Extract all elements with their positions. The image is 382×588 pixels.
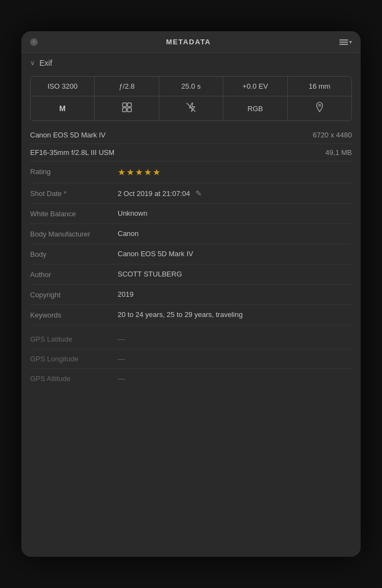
gps-longitude-row: GPS Longitude — [30,349,352,369]
camera-filesize: 49,1 MB [326,148,352,157]
svg-rect-2 [123,108,126,112]
metadata-section: Rating ★★★★★ Shot Date * 2 Oct 2019 at 2… [21,162,361,325]
camera-lens-row: EF16-35mm f/2.8L III USM 49,1 MB [30,144,352,162]
svg-rect-3 [128,108,131,112]
gps-altitude-label: GPS Altitude [30,374,118,383]
rating-value: ★★★★★ [118,167,352,177]
chevron-down-icon: ∨ [30,59,35,67]
exif-mode: M [31,96,95,120]
exif-grid: ISO 3200 ƒ/2.8 25.0 s +0.0 EV 16 mm [30,76,352,121]
svg-rect-1 [128,103,131,107]
shot-date-row: Shot Date * 2 Oct 2019 at 21:07:04 ✎ [30,183,352,204]
exif-iso: ISO 3200 [31,77,95,96]
bottom-spacer [21,388,361,454]
white-balance-value: Unknown [118,209,352,217]
edit-icon[interactable]: ✎ [195,189,202,198]
camera-model: Canon EOS 5D Mark IV [30,131,106,139]
window-title: METADATA [166,38,211,46]
exif-shutter: 25.0 s [159,77,223,96]
copyright-row: Copyright 2019 [30,285,352,305]
content-area: ∨ Exif ISO 3200 ƒ/2.8 25.0 s [21,53,361,557]
gps-altitude-value: — [118,374,125,383]
app-window: × METADATA ▾ ∨ Exif [21,31,361,557]
gps-latitude-value: — [118,335,125,343]
copyright-value: 2019 [118,290,352,298]
title-bar: × METADATA ▾ [21,31,361,53]
gps-longitude-label: GPS Longitude [30,355,118,363]
exif-row-1: ISO 3200 ƒ/2.8 25.0 s +0.0 EV 16 mm [31,77,351,96]
body-label: Body [30,250,118,258]
location-icon [315,102,325,115]
flash-icon [186,102,196,115]
keywords-row: Keywords 20 to 24 years, 25 to 29 years,… [30,305,352,325]
menu-arrow-icon: ▾ [349,39,352,45]
body-row: Body Canon EOS 5D Mark IV [30,244,352,264]
gps-altitude-row: GPS Altitude — [30,369,352,388]
shot-date-label: Shot Date * [30,189,118,198]
shot-date-inline: 2 Oct 2019 at 21:07:04 ✎ [118,189,202,198]
exif-location [288,96,351,120]
gps-latitude-label: GPS Latitude [30,335,118,343]
keywords-label: Keywords [30,310,118,319]
close-button[interactable]: × [30,38,38,46]
white-balance-row: White Balance Unknown [30,204,352,224]
exif-aperture: ƒ/2.8 [95,77,159,96]
camera-lens: EF16-35mm f/2.8L III USM [30,148,114,157]
author-label: Author [30,270,118,279]
shot-date-value: 2 Oct 2019 at 21:07:04 [118,189,190,198]
colorspace-value: RGB [247,105,263,113]
exif-section-header[interactable]: ∨ Exif [21,53,361,73]
body-manufacturer-label: Body Manufacturer [30,229,118,238]
rating-label: Rating [30,167,118,176]
focal-value: 16 mm [309,82,331,90]
menu-button[interactable]: ▾ [339,39,352,45]
exif-flash [159,96,223,120]
body-manufacturer-row: Body Manufacturer Canon [30,224,352,244]
mode-icon: M [59,104,66,113]
rating-row: Rating ★★★★★ [30,162,352,183]
svg-rect-0 [123,103,126,107]
keywords-value: 20 to 24 years, 25 to 29 years, travelin… [118,310,352,319]
exif-colorspace: RGB [223,96,287,120]
camera-info-section: Canon EOS 5D Mark IV 6720 x 4480 EF16-35… [21,126,361,162]
gps-section: GPS Latitude — GPS Longitude — GPS Altit… [21,330,361,388]
section-label: Exif [39,59,52,67]
close-icon: × [32,39,36,45]
gps-latitude-row: GPS Latitude — [30,330,352,349]
exif-row-2: M [31,96,351,120]
copyright-label: Copyright [30,290,118,299]
exif-ev: +0.0 EV [223,77,287,96]
device-wrapper: × METADATA ▾ ∨ Exif [0,0,382,588]
body-manufacturer-value: Canon [118,229,352,238]
exif-metering [95,96,159,120]
ev-value: +0.0 EV [242,82,268,90]
iso-value: ISO 3200 [48,82,78,90]
gps-longitude-value: — [118,355,125,363]
author-row: Author SCOTT STULBERG [30,264,352,285]
camera-model-row: Canon EOS 5D Mark IV 6720 x 4480 [30,126,352,144]
shutter-value: 25.0 s [181,82,200,90]
aperture-value: ƒ/2.8 [119,82,135,90]
white-balance-label: White Balance [30,209,118,218]
author-value: SCOTT STULBERG [118,270,352,278]
camera-resolution: 6720 x 4480 [312,131,352,139]
svg-point-5 [319,105,321,107]
metering-icon [121,102,132,115]
menu-lines-icon [339,39,348,45]
body-value: Canon EOS 5D Mark IV [118,250,352,258]
exif-focal: 16 mm [288,77,351,96]
